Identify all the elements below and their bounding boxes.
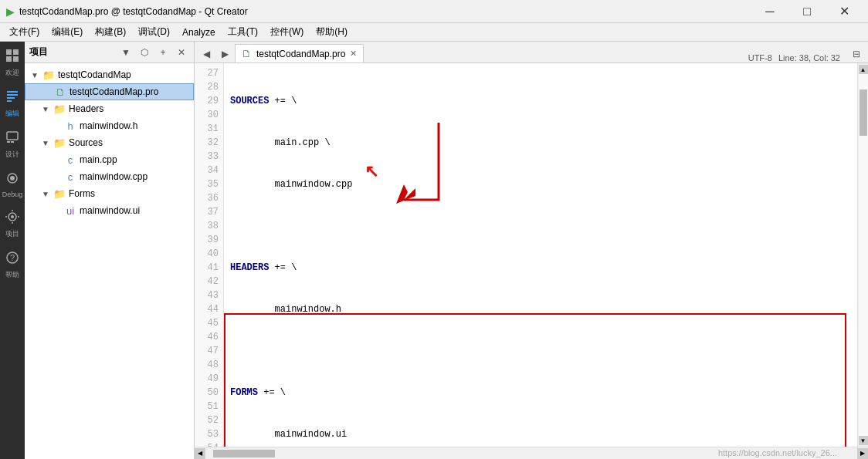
tree-label-main-cpp: main.cpp [80,154,117,165]
main-layout: 欢迎 编辑 设计 Debug [0,42,868,459]
design-sidebar-icon[interactable] [2,127,23,148]
tree-item-sources[interactable]: ▼ 📁 Sources [25,134,194,151]
welcome-icon[interactable] [2,45,23,66]
link-button[interactable]: ⬡ [137,45,152,60]
line-num: 40 [195,247,219,261]
tab-prev-button[interactable]: ◀ [198,46,215,62]
tree-item-forms[interactable]: ▼ 📁 Forms [25,185,194,202]
line-num: 31 [195,122,219,136]
menu-file[interactable]: 文件(F) [3,23,46,41]
menu-debug[interactable]: 调试(D) [132,23,176,41]
tree-label: testqtCodandMap [58,69,131,80]
scroll-thumb[interactable] [860,89,867,136]
menu-help[interactable]: 帮助(H) [310,23,354,41]
ui-file-icon: ui [63,205,77,217]
edit-sidebar-icon[interactable] [2,86,23,107]
add-button[interactable]: + [155,45,171,60]
tab-next-button[interactable]: ▶ [216,46,233,62]
menu-tools[interactable]: 工具(T) [222,23,264,41]
debug-sidebar-icon[interactable] [2,167,23,189]
red-arrow-indicator: ↙ [364,162,378,182]
maximize-button[interactable]: □ [789,0,825,23]
help-sidebar-icon[interactable]: ? [2,247,23,268]
tab-label: testqtCodandMap.pro [256,49,345,59]
scroll-down-button[interactable]: ▼ [859,436,868,445]
welcome-label: 欢迎 [5,68,19,78]
menu-bar: 文件(F) 编辑(E) 构建(B) 调试(D) Analyze 工具(T) 控件… [0,23,868,42]
scroll-right-button[interactable]: ▶ [857,448,868,459]
tab-close-button[interactable]: ✕ [350,49,357,59]
debug-label: Debug [2,191,23,198]
line-num: 37 [195,205,219,219]
line-num: 33 [195,150,219,164]
line-num: 32 [195,136,219,150]
menu-edit[interactable]: 编辑(E) [46,23,89,41]
line-num: 34 [195,164,219,177]
line-num: 39 [195,233,219,247]
code-line-31: HEADERS += \ [230,261,851,275]
code-line-33 [230,344,851,358]
split-editor-button[interactable]: ⊟ [848,46,865,62]
line-num: 53 [195,427,219,441]
folder-icon-forms: 📁 [53,188,66,200]
tree-item-mainwindow-cpp[interactable]: c mainwindow.cpp [25,168,194,185]
edit-label: 编辑 [5,109,19,119]
tab-file-icon: 🗋 [242,48,252,59]
tree-item-mainwindow-h[interactable]: h mainwindow.h [25,117,194,134]
menu-analyze[interactable]: Analyze [176,23,222,41]
line-num: 28 [195,80,219,94]
tree-item-headers[interactable]: ▼ 📁 Headers [25,100,194,117]
tree-label-forms: Forms [69,188,95,199]
h-file-icon: h [63,120,77,132]
editor-tabs: ◀ ▶ 🗋 testqtCodandMap.pro ✕ UTF-8 Line: … [195,42,868,63]
filter-button[interactable]: ▼ [118,45,134,60]
menu-controls[interactable]: 控件(W) [264,23,310,41]
svg-rect-7 [7,100,12,102]
expand-icon: ▼ [42,139,53,147]
line-col-info: Line: 38, Col: 32 [778,53,840,62]
vertical-scrollbar[interactable]: ▲ ▼ [857,63,868,447]
scroll-up-button[interactable]: ▲ [859,65,868,74]
title-text: testqtCodandMap.pro @ testqtCodandMap - … [19,6,752,17]
editor-tab-pro[interactable]: 🗋 testqtCodandMap.pro ✕ [235,44,364,62]
code-content[interactable]: SOURCES += \ main.cpp \ mainwindow.cpp H… [224,63,857,447]
watermark: https://blog.csdn.net/lucky_26... [718,448,837,457]
line-num: 47 [195,344,219,358]
svg-rect-5 [7,94,18,96]
code-line-27: SOURCES += \ [230,94,851,108]
minimize-button[interactable]: ─ [752,0,788,23]
scroll-left-button[interactable]: ◀ [195,448,205,459]
tree-item-main-cpp[interactable]: c main.cpp [25,151,194,168]
svg-rect-0 [6,49,12,55]
line-num: 30 [195,108,219,122]
svg-rect-1 [13,49,19,55]
scroll-track[interactable] [859,74,868,436]
line-num: 41 [195,261,219,275]
line-num: 29 [195,94,219,108]
svg-point-12 [10,176,15,181]
code-editor: ↙ 27 28 29 30 31 32 33 34 35 36 37 38 39… [195,63,868,447]
code-line-35: mainwindow.ui [230,427,851,441]
line-num: 44 [195,302,219,316]
tree-label-headers: Headers [69,103,103,114]
app-icon: ▶ [6,5,15,18]
close-button[interactable]: ✕ [826,0,862,23]
close-panel-button[interactable]: ✕ [174,45,189,60]
design-label: 设计 [5,150,19,160]
menu-build[interactable]: 构建(B) [89,23,132,41]
expand-icon: ▼ [42,190,53,198]
svg-rect-2 [6,56,12,62]
cpp-file-icon: c [63,154,77,166]
tree-item-pro[interactable]: 🗋 testqtCodandMap.pro [25,83,194,100]
sidebar-icons: 欢迎 编辑 设计 Debug [0,42,25,459]
code-line-30 [230,219,851,233]
cpp-file-icon2: c [63,171,77,183]
h-scroll-thumb[interactable] [213,450,275,457]
encoding-label: UTF-8 [748,53,772,62]
tree-item-root[interactable]: ▼ 📁 testqtCodandMap [25,66,194,83]
tree-item-mainwindow-ui[interactable]: ui mainwindow.ui [25,202,194,219]
projects-sidebar-icon[interactable] [2,206,23,228]
editor-bottom: ◀ ▶ https://blog.csdn.net/lucky_26... [195,447,868,459]
line-num: 49 [195,372,219,386]
line-num: 54 [195,441,219,447]
